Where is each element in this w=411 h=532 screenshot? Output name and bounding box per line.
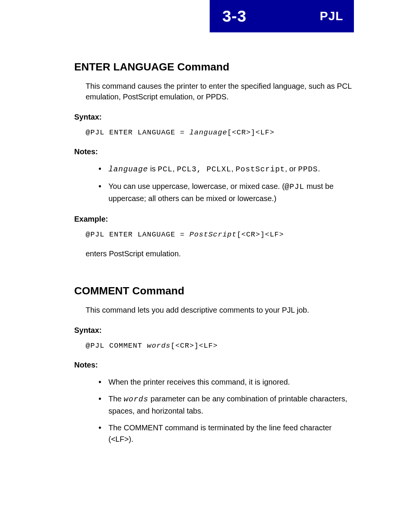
syntax2-prefix: @PJL COMMENT xyxy=(86,342,147,350)
section1-intro: This command causes the printer to enter… xyxy=(86,81,354,102)
syntax-code: @PJL ENTER LANGUAGE = language[<CR>]<LF> xyxy=(86,128,354,137)
note1-opt4: PPDS xyxy=(298,165,318,174)
example-code: @PJL ENTER LANGUAGE = PostScript[<CR>]<L… xyxy=(86,230,354,239)
notes-label: Notes: xyxy=(74,147,354,156)
notes-label-2: Notes: xyxy=(74,361,354,369)
notes-list-1: language is PCL, PCL3, PCLXL, PostScript… xyxy=(108,163,354,204)
example-prefix: @PJL ENTER LANGUAGE = xyxy=(86,230,190,239)
note-item: The COMMENT command is terminated by the… xyxy=(108,422,354,445)
section-heading-comment: COMMENT Command xyxy=(74,285,354,297)
s2-note2-a: The xyxy=(108,395,124,403)
syntax2-var: words xyxy=(147,342,170,350)
note1-opt2: PCL3, PCLXL xyxy=(177,165,231,174)
syntax-code-2: @PJL COMMENT words[<CR>]<LF> xyxy=(86,342,354,350)
note1-sep3: , or xyxy=(285,165,298,173)
note2-a: You can use uppercase, lowercase, or mix… xyxy=(108,182,285,190)
note1-opt3: PostScript xyxy=(236,165,285,174)
note-item: language is PCL, PCL3, PCLXL, PostScript… xyxy=(108,163,354,175)
s2-note2-var: words xyxy=(124,395,148,404)
note2-code: @PJL xyxy=(285,182,304,191)
syntax-label: Syntax: xyxy=(74,113,354,121)
page-content: ENTER LANGUAGE Command This command caus… xyxy=(74,61,354,455)
note1-end: . xyxy=(318,165,320,173)
example-result: enters PostScript emulation. xyxy=(86,249,354,258)
header-title: PJL xyxy=(320,9,343,23)
note1-mid: is xyxy=(148,165,158,173)
syntax2-suffix: [<CR>]<LF> xyxy=(170,342,218,350)
syntax-label-2: Syntax: xyxy=(74,326,354,335)
page-number-box: 3-3 xyxy=(210,0,259,32)
note1-opt1: PCL xyxy=(158,165,173,174)
example-label: Example: xyxy=(74,215,354,224)
note-item: When the printer receives this command, … xyxy=(108,376,354,388)
example-suffix: [<CR>]<LF> xyxy=(237,230,284,239)
notes-list-2: When the printer receives this command, … xyxy=(108,376,354,445)
note1-var: language xyxy=(108,165,148,174)
page-number: 3-3 xyxy=(222,7,247,26)
note-item: The words parameter can be any combinati… xyxy=(108,393,354,417)
syntax-suffix: [<CR>]<LF> xyxy=(227,128,274,137)
syntax-var: language xyxy=(190,128,227,137)
section-comment: COMMENT Command This command lets you ad… xyxy=(74,285,354,445)
section2-intro: This command lets you add descriptive co… xyxy=(86,305,354,315)
syntax-prefix: @PJL ENTER LANGUAGE = xyxy=(86,128,190,137)
note1-sep2: , xyxy=(231,165,236,173)
example-var: PostScript xyxy=(190,230,237,239)
note1-sep1: , xyxy=(173,165,177,173)
section-heading-enter-language: ENTER LANGUAGE Command xyxy=(74,61,354,73)
note-item: You can use uppercase, lowercase, or mix… xyxy=(108,181,354,204)
